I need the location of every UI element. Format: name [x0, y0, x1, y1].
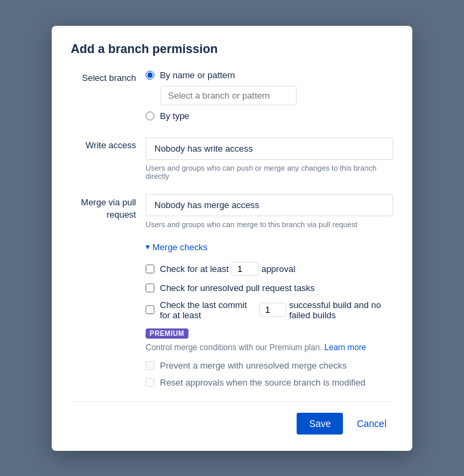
premium-check1-label: Prevent a merge with unresolved merge ch…	[160, 360, 347, 371]
merge-checks-label: Merge checks	[152, 242, 208, 252]
modal-overlay: Add a branch permission Select branch By…	[0, 0, 464, 476]
check1-label: Check for at least	[160, 264, 229, 274]
check2-checkbox[interactable]	[146, 284, 154, 292]
premium-badge: PREMIUM	[146, 328, 188, 339]
check2-row: Check for unresolved pull request tasks	[146, 283, 393, 293]
by-type-option[interactable]: By type	[146, 111, 393, 121]
by-type-label: By type	[160, 111, 189, 121]
premium-check1-row: Prevent a merge with unresolved merge ch…	[146, 360, 393, 371]
write-access-hint: Users and groups who can push or merge a…	[146, 164, 393, 180]
check1-suffix: approval	[261, 264, 295, 274]
merge-access-field[interactable]: Nobody has merge access	[146, 194, 393, 216]
select-branch-content: By name or pattern By type	[146, 70, 393, 126]
check1-checkbox[interactable]	[146, 265, 154, 273]
chevron-icon: ▾	[146, 242, 150, 252]
merge-access-hint: Users and groups who can merge to this b…	[146, 220, 393, 228]
modal-footer: Save Cancel	[71, 401, 393, 435]
check1-row: Check for at least approval	[146, 262, 393, 276]
select-branch-row: Select branch By name or pattern By type	[71, 70, 393, 126]
check3-row: Check the last commit for at least succe…	[146, 300, 393, 320]
write-access-row: Write access Nobody has write access Use…	[71, 137, 393, 183]
check3-number[interactable]	[259, 303, 286, 317]
branch-pattern-input[interactable]	[161, 86, 297, 105]
check1-number[interactable]	[231, 262, 259, 276]
premium-link[interactable]: Learn more	[325, 343, 366, 352]
cancel-button[interactable]: Cancel	[350, 413, 393, 435]
premium-check2-checkbox	[146, 378, 154, 387]
write-access-content: Nobody has write access Users and groups…	[146, 137, 393, 183]
premium-text: Control merge conditions with our Premiu…	[146, 343, 393, 352]
by-name-option[interactable]: By name or pattern	[146, 70, 393, 80]
merge-checks-toggle[interactable]: ▾ Merge checks	[146, 242, 393, 252]
save-button[interactable]: Save	[297, 413, 343, 435]
by-name-radio[interactable]	[146, 71, 154, 80]
modal-title: Add a branch permission	[71, 42, 393, 56]
write-access-field[interactable]: Nobody has write access	[146, 137, 393, 160]
premium-check2-row: Reset approvals when the source branch i…	[146, 377, 393, 388]
premium-check2-label: Reset approvals when the source branch i…	[160, 377, 365, 388]
merge-access-row: Merge via pull request Nobody has merge …	[71, 194, 393, 231]
merge-access-content: Nobody has merge access Users and groups…	[146, 194, 393, 231]
check3-checkbox[interactable]	[146, 305, 154, 314]
write-access-label: Write access	[71, 137, 146, 150]
merge-access-label: Merge via pull request	[71, 194, 146, 221]
check2-label: Check for unresolved pull request tasks	[160, 283, 315, 293]
checks-section: Check for at least approval Check for un…	[146, 262, 393, 388]
premium-description: Control merge conditions with our Premiu…	[146, 343, 322, 352]
check3-suffix: successful build and no failed builds	[289, 300, 393, 320]
premium-check1-checkbox	[146, 361, 154, 370]
select-branch-label: Select branch	[71, 70, 146, 83]
by-name-label: By name or pattern	[160, 70, 235, 80]
by-type-radio[interactable]	[146, 112, 154, 120]
modal-dialog: Add a branch permission Select branch By…	[52, 26, 412, 451]
check3-label: Check the last commit for at least	[160, 300, 256, 320]
